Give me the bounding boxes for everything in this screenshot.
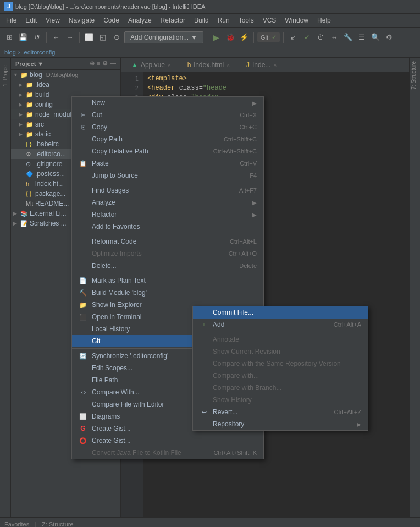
settings-btn[interactable]: 🔧	[342, 31, 354, 43]
menu-view[interactable]: View	[42, 15, 64, 26]
menu-analyze[interactable]: Analyze	[124, 15, 156, 26]
toolbar-save-btn[interactable]: 💾	[17, 31, 29, 43]
ctx-cut[interactable]: ✂ Cut Ctrl+X	[72, 109, 263, 121]
sub-annotate[interactable]: Annotate	[193, 332, 368, 345]
coverage-btn[interactable]: ⚡	[238, 31, 250, 43]
sub-show-current-rev[interactable]: Show Current Revision	[193, 345, 368, 358]
toolbar-preview-btn[interactable]: ◱	[97, 31, 109, 43]
dropdown-arrow-icon: ▼	[191, 34, 197, 41]
vcs-update-btn[interactable]: ↙	[287, 31, 299, 43]
breadcrumb-editorconfig[interactable]: .editorconfig	[22, 49, 55, 56]
menu-edit[interactable]: Edit	[21, 15, 41, 26]
ctx-convert-kotlin[interactable]: Convert Java File to Kotlin File Ctrl+Al…	[72, 447, 263, 459]
sub-compare-same-repo[interactable]: Compare with the Same Repository Version	[193, 358, 368, 370]
vcs-push-btn[interactable]: ✓	[301, 31, 313, 43]
sub-commit-file[interactable]: Commit File...	[193, 306, 368, 319]
breadcrumb-blog[interactable]: blog	[4, 49, 16, 56]
vcs-diff-btn[interactable]: ↔	[328, 31, 340, 43]
minimize-panel-icon[interactable]: —	[110, 60, 116, 67]
more-btn[interactable]: ⚙	[383, 31, 395, 43]
menu-window[interactable]: Window	[281, 15, 312, 26]
toolbar-refresh-btn[interactable]: ↺	[31, 31, 43, 43]
ctx-jump-label: Jump to Source	[92, 172, 138, 179]
ctx-analyze[interactable]: Analyze ▶	[72, 196, 263, 208]
tree-item-idea[interactable]: ▶ 📁 .idea	[11, 80, 120, 90]
menu-code[interactable]: Code	[100, 15, 123, 26]
sub-revert[interactable]: ↩ Revert... Ctrl+Alt+Z	[193, 406, 368, 418]
menu-build[interactable]: Build	[190, 15, 213, 26]
tab-app-vue[interactable]: ▲ App.vue ×	[123, 58, 179, 72]
project-side-tab[interactable]: 1: Project	[1, 60, 9, 90]
tab-close-index-html[interactable]: ×	[226, 62, 230, 68]
ctx-find-usages[interactable]: Find Usages Alt+F7	[72, 183, 263, 196]
tab-close-inde[interactable]: ×	[273, 62, 277, 68]
sub-repository[interactable]: Repository ▶	[193, 418, 368, 430]
editorconfig-icon: ⚙	[26, 151, 34, 158]
toolbar-forward-btn[interactable]: →	[64, 31, 76, 43]
ctx-copy-rel-label: Copy Relative Path	[92, 147, 148, 155]
ctx-mark-plain[interactable]: 📄 Mark as Plain Text	[72, 273, 263, 287]
ctx-jump-source[interactable]: Jump to Source F4	[72, 169, 263, 182]
menu-navigate[interactable]: Navigate	[65, 15, 98, 26]
ctx-convert-kotlin-label: Convert Java File to Kotlin File	[92, 449, 181, 457]
ctx-opt-imports[interactable]: Optimize Imports Ctrl+Alt+O	[72, 248, 263, 260]
ctx-mark-plain-label: Mark as Plain Text	[92, 277, 146, 284]
sub-add[interactable]: + Add Ctrl+Alt+A	[193, 319, 368, 331]
tree-arrow-config: ▶	[19, 102, 24, 107]
toolbar-back-btn[interactable]: ←	[50, 31, 62, 43]
tree-arrow-build: ▶	[19, 92, 24, 97]
sub-compare-branch[interactable]: Compare with Branch...	[193, 382, 368, 394]
folder-icon-idea: 📁	[26, 81, 34, 89]
sub-show-history[interactable]: Show History	[193, 394, 368, 406]
sub-add-icon: +	[200, 321, 208, 328]
menu-refactor[interactable]: Refactor	[157, 15, 189, 26]
sub-compare-with[interactable]: Compare with...	[193, 370, 368, 382]
ctx-new[interactable]: New ▶	[72, 97, 263, 109]
structure-tab[interactable]: 7: Structure	[410, 58, 418, 93]
tasks-btn[interactable]: ☰	[356, 31, 368, 43]
ctx-delete-shortcut: Delete	[239, 262, 257, 269]
ctx-paste[interactable]: 📋 Paste Ctrl+V	[72, 157, 263, 169]
ctx-delete[interactable]: Delete... Delete	[72, 260, 263, 272]
bottom-tab-2[interactable]: Z: Structure	[42, 521, 73, 527]
menu-run[interactable]: Run	[214, 15, 234, 26]
toolbar-project-btn[interactable]: ⊞	[3, 31, 15, 43]
menu-help[interactable]: Help	[313, 15, 335, 26]
toolbar-layout-btn[interactable]: ⬜	[83, 31, 95, 43]
locate-icon[interactable]: ⊕	[90, 60, 95, 67]
ctx-reformat[interactable]: Reformat Code Ctrl+Alt+L	[72, 234, 263, 248]
run-button[interactable]: ▶	[211, 31, 223, 43]
add-configuration-button[interactable]: Add Configuration... ▼	[124, 31, 203, 43]
ctx-refactor[interactable]: Refactor ▶	[72, 208, 263, 221]
ctx-copy[interactable]: ⎘ Copy Ctrl+C	[72, 121, 263, 133]
tab-inde[interactable]: J Inde... ×	[238, 58, 285, 72]
tree-root-blog[interactable]: ▼ 📁 blog D:\blog\blog	[11, 70, 120, 80]
ctx-open-terminal-label: Open in Terminal	[92, 313, 142, 321]
menu-vcs[interactable]: VCS	[259, 15, 280, 26]
tab-close-app-vue[interactable]: ×	[168, 62, 171, 68]
gear-panel-icon[interactable]: ⚙	[102, 60, 108, 67]
vcs-history-btn[interactable]: ⏱	[314, 31, 327, 43]
search-btn[interactable]: 🔍	[369, 31, 382, 43]
ctx-build-module[interactable]: 🔨 Build Module 'blog'	[72, 287, 263, 299]
toolbar-target-btn[interactable]: ⊙	[110, 31, 123, 43]
settings-panel-icon[interactable]: ≡	[97, 60, 100, 67]
tab-index-html[interactable]: h index.html ×	[179, 58, 238, 72]
debug-btn[interactable]: 🐞	[224, 31, 236, 43]
tree-label-editorconfig: .editorco...	[35, 150, 66, 158]
ctx-compare-with-icon: ⇔	[79, 389, 87, 396]
ctx-add-fav[interactable]: Add to Favorites	[72, 221, 263, 233]
ctx-copy-path[interactable]: Copy Path Ctrl+Shift+C	[72, 133, 263, 145]
tree-arrow-node-modules: ▶	[19, 112, 24, 117]
ctx-analyze-arrow: ▶	[252, 200, 257, 206]
ctx-copy-rel-path[interactable]: Copy Relative Path Ctrl+Alt+Shift+C	[72, 145, 263, 157]
favorites-tab[interactable]: Favorites	[4, 521, 29, 527]
menu-tools[interactable]: Tools	[235, 15, 258, 26]
toolbar-sep-4	[253, 32, 254, 43]
ctx-build-module-icon: 🔨	[79, 289, 87, 297]
menu-file[interactable]: File	[2, 15, 20, 26]
ctx-create-gist-2[interactable]: ⭕ Create Gist...	[72, 435, 263, 447]
toolbar: ⊞ 💾 ↺ ← → ⬜ ◱ ⊙ Add Configuration... ▼ ▶…	[0, 28, 420, 47]
tree-arrow-scratches: ▶	[13, 221, 19, 226]
git-indicator[interactable]: Git: ✓	[257, 32, 280, 42]
